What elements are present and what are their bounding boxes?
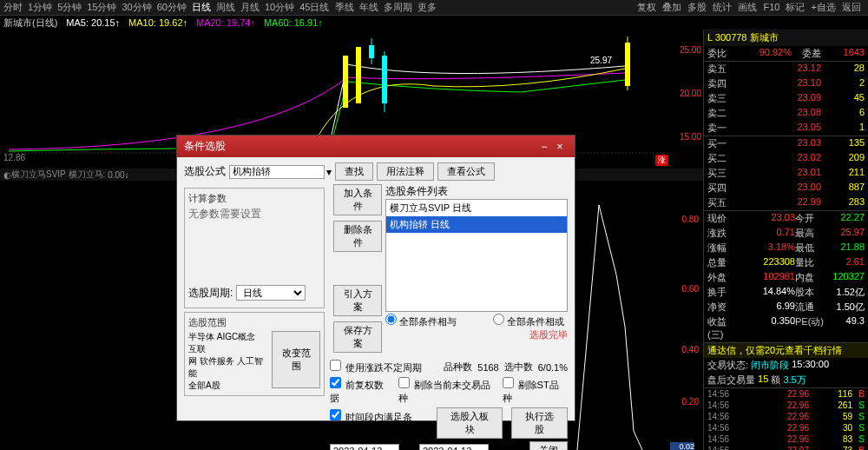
tab-10m[interactable]: 10分钟 (265, 1, 294, 14)
btn-adjust[interactable]: 复权 (637, 2, 656, 12)
tab-15m[interactable]: 15分钟 (87, 1, 116, 14)
help-button[interactable]: 用法注释 (377, 162, 434, 181)
import-button[interactable]: 引入方案 (333, 285, 382, 316)
quote-header: L 300778 新城市 (704, 30, 868, 46)
view-formula-button[interactable]: 查看公式 (437, 162, 495, 181)
tab-45d[interactable]: 45日线 (299, 1, 329, 14)
tick-row: 14:5622.9659S (704, 411, 868, 422)
radio-or[interactable]: 全部条件相或 (493, 314, 564, 328)
trade-ticks: 14:5622.96116B14:5622.96261S14:5622.9659… (704, 388, 868, 450)
chk-adjust[interactable]: 前复权数据 (330, 377, 390, 405)
btn-f10[interactable]: F10 (763, 2, 779, 12)
tab-week[interactable]: 周线 (216, 1, 235, 14)
svg-text:0.60: 0.60 (682, 284, 700, 294)
no-params: 无参数需要设置 (188, 207, 320, 285)
to-block-button[interactable]: 选股入板块 (437, 407, 503, 439)
ma60: MA60: 16.91↑ (264, 17, 323, 28)
dialog-title-bar[interactable]: 条件选股 − × (177, 136, 575, 157)
remove-condition-button[interactable]: 删除条件 (333, 221, 382, 252)
ask-row: 卖一23.051 (704, 121, 868, 136)
date-from[interactable] (330, 444, 399, 451)
price-axis: 25.00 20.00 15.00 (672, 30, 703, 169)
date-to[interactable] (419, 444, 489, 451)
svg-rect-2 (356, 47, 361, 103)
formula-label: 选股公式 (184, 164, 226, 179)
tab-month[interactable]: 月线 (240, 1, 260, 14)
tab-5m[interactable]: 5分钟 (57, 1, 82, 14)
list-item[interactable]: 横刀立马SVIP 日线 (386, 200, 567, 216)
quote-panel: L 300778 新城市 委比 90.92% 委差 1643 卖五23.1228… (703, 30, 868, 450)
svg-rect-1 (343, 56, 348, 108)
svg-rect-4 (369, 45, 374, 58)
chk-time[interactable]: 时间段内满足条件 (330, 409, 419, 437)
dialog-title: 条件选股 (184, 139, 226, 154)
formula-input[interactable] (229, 165, 325, 179)
tick-row: 14:5622.9630S (704, 422, 868, 433)
close-icon[interactable]: × (552, 141, 568, 153)
tab-multi[interactable]: 多周期 (384, 1, 412, 14)
complete-link[interactable]: 选股完毕 (385, 328, 568, 341)
tab-quarter[interactable]: 季线 (335, 1, 354, 14)
quote-row: 涨幅3.18%最低21.88 (704, 241, 868, 255)
tab-more[interactable]: 更多 (418, 1, 437, 14)
period-select[interactable]: 日线 (236, 285, 306, 301)
tick-row: 14:5622.96261S (704, 400, 868, 411)
chart-info-bar: 新城市(日线) MA5: 20.15↑ MA10: 19.62↑ MA20: 1… (0, 16, 868, 30)
stock-filter-dialog: 条件选股 − × 选股公式 ▾ 查找 用法注释 查看公式 计算参数 无参数需要设… (176, 135, 575, 421)
exec-button[interactable]: 执行选股 (511, 407, 568, 439)
quote-row: 涨跌0.71最高25.97 (704, 226, 868, 241)
tab-day[interactable]: 日线 (192, 1, 211, 14)
chk-skip-new[interactable]: 剔除当前未交易品种 (398, 377, 494, 405)
tab-1m[interactable]: 1分钟 (28, 1, 52, 14)
btn-draw[interactable]: 画线 (738, 2, 757, 12)
ask-row: 卖五23.1228 (704, 62, 868, 76)
list-item[interactable]: 机构抬轿 日线 (386, 216, 567, 233)
period-tabs: 分时 1分钟 5分钟 15分钟 30分钟 60分钟 日线 周线 月线 10分钟 … (0, 0, 868, 16)
tab-tick[interactable]: 分时 (3, 1, 23, 14)
params-fieldset: 计算参数 无参数需要设置 选股周期: 日线 (184, 188, 325, 308)
btn-back[interactable]: 返回 (842, 2, 861, 12)
condition-listbox[interactable]: 横刀立马SVIP 日线 机构抬轿 日线 (385, 199, 568, 312)
weicha-label: 委差 (792, 47, 821, 60)
tab-30m[interactable]: 30分钟 (122, 1, 152, 14)
quote-row: 净资6.99流通1.50亿 (704, 300, 868, 314)
save-button[interactable]: 保存方案 (333, 321, 382, 353)
btn-mark[interactable]: 标记 (786, 2, 805, 12)
quote-row: 现价23.03今开22.27 (704, 211, 868, 226)
btn-stats[interactable]: 统计 (713, 2, 732, 12)
btn-fav[interactable]: +自选 (812, 2, 836, 12)
bid-row: 买四23.00887 (704, 181, 868, 195)
tab-60m[interactable]: 60分钟 (157, 1, 187, 14)
chk-skip-st[interactable]: 剔除ST品种 (503, 377, 564, 405)
chk-unstable[interactable]: 使用涨跌不定周期 (330, 360, 422, 374)
stock-name: 新城市(日线) (3, 17, 57, 30)
notice[interactable]: 通达信，仅需20元查看千档行情 (707, 344, 842, 357)
svg-text:0.40: 0.40 (682, 345, 700, 354)
close-button[interactable]: 关闭 (529, 441, 568, 450)
tab-year[interactable]: 年线 (359, 1, 378, 14)
quote-row: 收益(三)0.350PE(动)49.3 (704, 314, 868, 342)
radio-and[interactable]: 全部条件相与 (385, 314, 457, 328)
ma20: MA20: 19.74↑ (196, 17, 255, 28)
base-line-label: 12.86 (3, 153, 25, 162)
find-button[interactable]: 查找 (335, 162, 373, 181)
tick-row: 14:5622.9683S (704, 433, 868, 445)
bid-row: 买三23.01211 (704, 166, 868, 181)
tick-row: 14:5622.96116B (704, 388, 868, 400)
bid-row: 买一23.03135 (704, 136, 868, 151)
bid-row: 买二23.02209 (704, 151, 868, 166)
weicha: 1643 (821, 47, 865, 60)
ma5: MA5: 20.15↑ (66, 17, 120, 28)
change-scope-button[interactable]: 改变范围 (272, 331, 320, 388)
add-condition-button[interactable]: 加入条件 (333, 184, 382, 215)
ask-row: 卖二23.086 (704, 106, 868, 121)
weibi: 90.92% (737, 47, 792, 60)
ask-row: 卖四23.102 (704, 76, 868, 91)
scope-fieldset: 选股范围 半导体 AIGC概念 互联 网 软件服务 人工智能 全部A股 改变范围 (184, 312, 325, 396)
quote-row: 总量223308量比2.61 (704, 255, 868, 270)
minimize-icon[interactable]: − (536, 141, 552, 153)
quote-row: 外盘102981内盘120327 (704, 270, 868, 285)
btn-multi[interactable]: 多股 (687, 2, 707, 12)
btn-overlay[interactable]: 叠加 (662, 2, 681, 12)
svg-text:0.80: 0.80 (682, 215, 700, 224)
